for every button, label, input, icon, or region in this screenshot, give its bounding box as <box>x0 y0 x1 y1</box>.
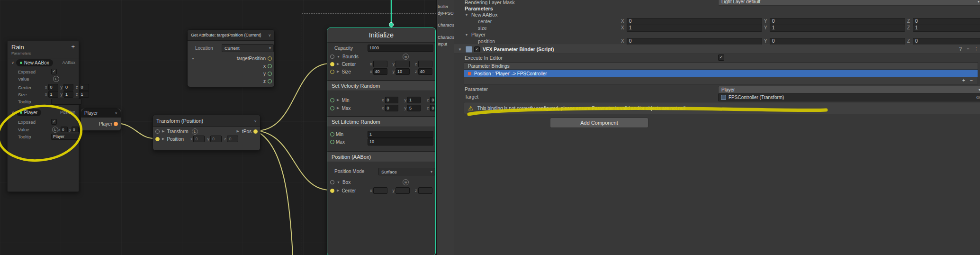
object-picker-icon[interactable]: ⊙ <box>976 95 980 100</box>
velocity-min-y-field[interactable]: 1 <box>407 97 421 103</box>
player-position-z-field[interactable]: 0 <box>913 38 980 45</box>
aabox-center-x-field[interactable]: 0 <box>48 84 58 91</box>
player-value-x-field[interactable]: 0 <box>61 127 68 132</box>
add-binding-button[interactable]: + <box>962 78 965 83</box>
expander-icon[interactable]: ▼ <box>337 55 340 58</box>
component-enabled-checkbox[interactable]: ✓ <box>474 46 480 52</box>
transform-node-header[interactable]: Transform (Position) ∨ <box>153 115 260 127</box>
local-space-badge[interactable]: L <box>192 128 198 135</box>
player-position-y-field[interactable]: 0 <box>770 38 905 45</box>
parameter-pill-player[interactable]: Player <box>16 109 41 116</box>
world-space-badge[interactable]: w <box>403 179 409 185</box>
position-x-field[interactable]: 0 <box>193 136 205 142</box>
bounds-size-port[interactable] <box>330 70 334 74</box>
help-icon[interactable]: ? <box>959 46 962 52</box>
bounds-center-port[interactable] <box>330 62 334 66</box>
velocity-min-z-field[interactable]: 0 <box>430 97 436 103</box>
wire-tpos-offscreen[interactable] <box>256 131 293 255</box>
aabox-foldout-icon[interactable]: ▾ <box>466 13 468 17</box>
expander-icon[interactable]: ▶ <box>337 189 339 192</box>
lifetime-max-port[interactable] <box>330 140 334 144</box>
tpos-output-port[interactable] <box>253 129 258 134</box>
aabox-tooltip-field[interactable] <box>51 99 81 105</box>
box-port[interactable] <box>330 180 334 184</box>
transform-input-port[interactable] <box>155 129 160 134</box>
bounds-center-z-field[interactable] <box>418 61 432 67</box>
aabox-size-y-field[interactable]: 1 <box>63 91 73 98</box>
output-expander-icon[interactable]: ▼ <box>191 57 195 60</box>
add-parameter-button[interactable]: + <box>71 43 75 50</box>
bounds-size-y-field[interactable]: 10 <box>396 68 410 75</box>
player-tooltip-field[interactable]: Player <box>51 134 81 140</box>
preset-icon[interactable]: ≡ <box>967 46 970 52</box>
bounds-port[interactable] <box>330 55 334 59</box>
world-space-badge[interactable]: w <box>403 54 409 60</box>
expander-icon[interactable]: ▶ <box>337 98 339 102</box>
box-center-z-field[interactable] <box>418 187 432 194</box>
bounds-size-z-field[interactable]: 40 <box>418 68 432 75</box>
target-object-field[interactable]: FPSController (Transform) ⊙ <box>718 93 980 101</box>
lifetime-max-field[interactable]: 10 <box>368 138 433 146</box>
binding-row-selected[interactable]: Position : 'Player' -> FPSController <box>464 70 978 77</box>
player-parameter-node[interactable]: Player ∨ Player <box>81 108 121 131</box>
bounds-size-x-field[interactable]: 40 <box>373 68 387 75</box>
parameter-item-aabox[interactable]: ∨ New AABox AABox <box>8 59 79 66</box>
expander-icon[interactable]: ▶ <box>337 106 339 110</box>
aabox-size-y-field[interactable]: 1 <box>770 25 905 32</box>
velocity-max-y-field[interactable]: 5 <box>407 105 421 111</box>
blackboard-panel[interactable]: + Rain Parameters ∨ New AABox AABox Expo… <box>7 40 79 192</box>
aabox-size-x-field[interactable]: 1 <box>48 91 58 98</box>
bounds-center-y-field[interactable] <box>396 61 410 67</box>
wire-player-to-transform[interactable] <box>116 123 154 138</box>
local-space-badge[interactable]: L <box>53 76 59 82</box>
player-output-port[interactable] <box>114 122 118 126</box>
position-input-port[interactable] <box>155 137 160 141</box>
rendering-layer-mask-dropdown[interactable]: Light Layer default ▾ <box>718 0 980 6</box>
aabox-center-x-field[interactable]: 0 <box>627 18 762 25</box>
hierarchy-item[interactable]: Input <box>438 42 447 46</box>
foldout-arrow-icon[interactable]: ∨ <box>11 110 14 115</box>
position-mode-dropdown[interactable]: Surface ▾ <box>378 168 435 175</box>
foldout-arrow-icon[interactable]: ∨ <box>11 61 14 65</box>
kebab-menu-icon[interactable]: ⋮ <box>974 46 979 52</box>
aabox-center-z-field[interactable]: 0 <box>79 84 89 91</box>
hierarchy-item[interactable]: Characte <box>438 23 455 27</box>
position-z-field[interactable]: 0 <box>227 136 238 142</box>
velocity-min-port[interactable] <box>330 98 334 102</box>
aabox-exposed-checkbox[interactable]: ✓ <box>51 69 57 74</box>
position-y-field[interactable]: 0 <box>210 136 222 142</box>
bounds-center-x-field[interactable] <box>373 61 387 67</box>
add-component-button[interactable]: Add Component <box>550 118 648 128</box>
player-node-header[interactable]: Player ∨ <box>81 109 121 118</box>
expander-icon[interactable]: ▼ <box>337 181 340 184</box>
collapse-icon[interactable]: ∨ <box>115 111 117 115</box>
player-foldout-icon[interactable]: ▾ <box>466 33 468 37</box>
initialize-context-node[interactable]: Initialize Capacity 1000 ▼ Bounds w ▶ Ce… <box>327 27 436 255</box>
parameter-item-player[interactable]: ∨ Player Position <box>8 109 79 116</box>
component-foldout-icon[interactable]: ▼ <box>458 47 462 52</box>
lifetime-min-field[interactable]: 1 <box>368 131 433 138</box>
block-header-set-velocity-random[interactable]: Set Velocity Random <box>327 80 436 91</box>
vfx-graph-canvas[interactable]: + Rain Parameters ∨ New AABox AABox Expo… <box>0 0 436 255</box>
lifetime-min-port[interactable] <box>330 132 334 137</box>
aabox-center-y-field[interactable]: 0 <box>770 18 905 25</box>
targetposition-port[interactable] <box>268 56 272 61</box>
component-header-vfx-parameter-binder[interactable]: ▼ ✓ VFX Parameter Binder (Script) ? ≡ ⋮ <box>454 45 980 54</box>
block-header-position-aabox[interactable]: Position (AABox) <box>327 151 436 162</box>
player-value-y-field[interactable]: 0 <box>72 127 79 132</box>
expander-icon[interactable]: ▶ <box>162 129 164 133</box>
velocity-min-x-field[interactable]: 0 <box>385 97 398 103</box>
aabox-center-y-field[interactable]: 0 <box>63 84 73 91</box>
z-port[interactable] <box>268 79 272 83</box>
get-attribute-node[interactable]: Get Attribute: targetPosition (Current) … <box>187 29 275 87</box>
collapse-icon[interactable]: ∨ <box>268 33 271 37</box>
hierarchy-item[interactable]: Character <box>438 35 455 40</box>
box-center-port[interactable] <box>330 189 334 193</box>
aabox-size-z-field[interactable]: 1 <box>79 91 89 98</box>
aabox-center-z-field[interactable]: 0 <box>913 18 980 25</box>
velocity-max-z-field[interactable]: 0 <box>430 105 436 111</box>
execute-in-editor-checkbox[interactable]: ✓ <box>718 55 724 61</box>
box-center-x-field[interactable] <box>373 187 387 194</box>
remove-binding-button[interactable]: − <box>970 78 973 83</box>
transform-position-node[interactable]: Transform (Position) ∨ ▶ Transform L ▶ P… <box>153 115 261 151</box>
